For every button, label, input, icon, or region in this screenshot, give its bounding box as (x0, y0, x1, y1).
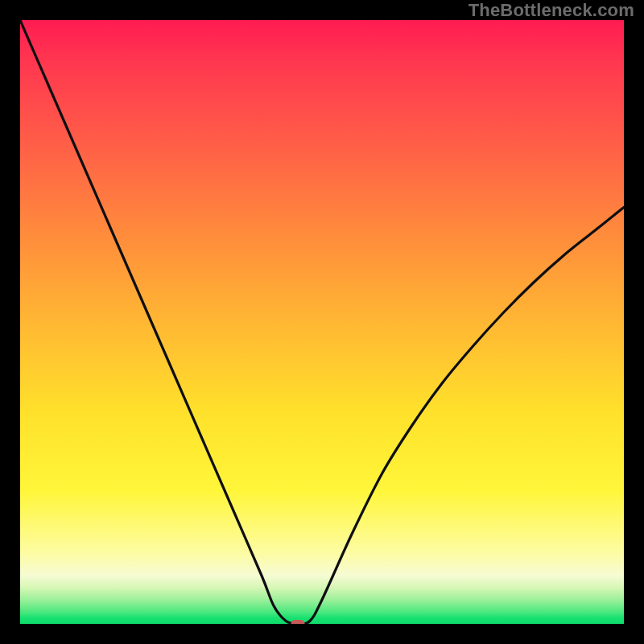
trough-marker (291, 620, 305, 624)
bottleneck-curve (20, 20, 624, 624)
chart-frame: TheBottleneck.com (0, 0, 644, 644)
curve-svg (20, 20, 624, 624)
watermark-text: TheBottleneck.com (469, 0, 634, 21)
plot-area (20, 20, 624, 624)
